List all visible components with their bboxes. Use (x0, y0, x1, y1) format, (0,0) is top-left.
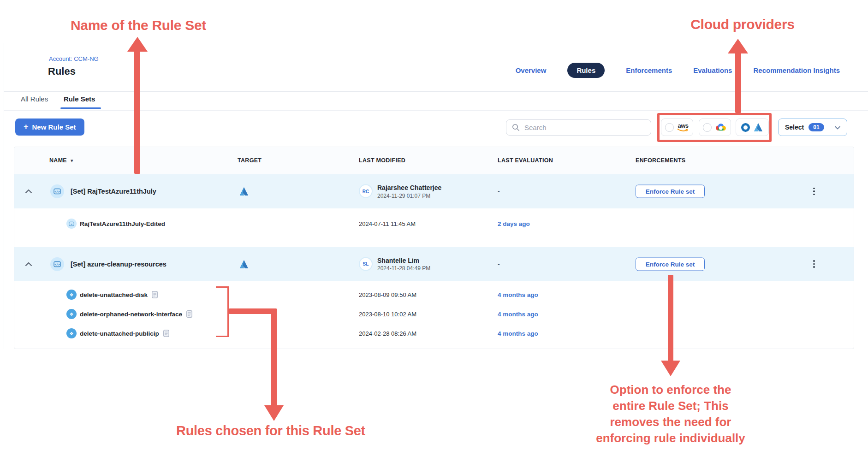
chevron-down-icon (835, 123, 840, 131)
rule-modified-date: 2023-08-09 09:50 AM (359, 291, 416, 298)
annotation-rules-chosen: Rules chosen for this Rule Set (155, 423, 386, 438)
nav-recommendation-insights[interactable]: Recommendation Insights (753, 66, 840, 74)
rule-modified-date: 2023-08-10 10:02 AM (359, 311, 416, 318)
collapse-chevron-icon[interactable] (25, 190, 32, 194)
select-label: Select (785, 124, 804, 131)
modified-by-name: Shantelle Lim (377, 256, 430, 264)
annotation-enforce-note: Option to enforce the entire Rule Set; T… (578, 382, 763, 446)
nav-overview[interactable]: Overview (516, 66, 547, 74)
avatar: RC (359, 184, 373, 198)
column-header-last-modified: LAST MODIFIED (359, 157, 405, 164)
annotation-arrow-up-icon (728, 39, 748, 53)
rule-badge-icon: ❖ (66, 328, 77, 338)
top-nav: Overview Rules Enforcements Evaluations … (516, 63, 840, 77)
annotation-arrow-up-icon (127, 37, 148, 52)
annotation-arrow-down-icon (264, 405, 284, 421)
last-modified-cell: SL Shantelle Lim 2024-11-28 04:49 PM (359, 256, 430, 272)
annotation-highlight-box (657, 113, 772, 142)
column-header-last-evaluation: LAST EVALUATION (498, 157, 553, 164)
new-rule-set-button[interactable]: + New Rule Set (15, 118, 84, 136)
rule-last-evaluation-link[interactable]: 4 months ago (498, 291, 538, 298)
rule-set-name: [Set] RajTestAzure11thJuly (71, 188, 156, 195)
enforce-rule-set-button[interactable]: Enforce Rule set (636, 185, 705, 198)
rule-name: RajTestAzure11thJuly-Edited (80, 220, 165, 227)
active-tab-underline (60, 107, 101, 109)
column-header-enforcements: ENFORCEMENTS (636, 157, 685, 164)
annotation-arrow-down-icon (661, 361, 680, 376)
annotation-cloud-providers: Cloud providers (673, 17, 812, 32)
annotation-bracket (216, 336, 229, 337)
modified-date: 2024-11-29 01:07 PM (377, 192, 441, 199)
avatar: SL (359, 257, 373, 271)
last-modified-cell: RC Rajarshee Chatterjee 2024-11-29 01:07… (359, 184, 441, 199)
select-count-badge: 01 (809, 123, 824, 131)
kebab-menu-icon[interactable] (810, 186, 818, 196)
column-header-target: TARGET (238, 157, 262, 164)
annotation-elbow-line (271, 308, 277, 406)
plus-icon: + (24, 122, 29, 132)
view-rule-icon[interactable] (186, 310, 192, 318)
rule-row[interactable]: ≡ RajTestAzure11thJuly-Edited 2024-07-11… (14, 208, 854, 239)
annotation-arrow-shaft (668, 275, 673, 361)
select-dropdown[interactable]: Select 01 (778, 118, 847, 136)
svg-text:≡: ≡ (71, 222, 72, 225)
view-rule-icon[interactable] (152, 291, 158, 298)
modified-by-name: Rajarshee Chatterjee (377, 184, 441, 192)
content-left-divider (4, 43, 4, 349)
column-header-name[interactable]: NAME▾ (49, 157, 73, 164)
nav-enforcements[interactable]: Enforcements (626, 66, 672, 74)
annotation-arrow-shaft (735, 53, 741, 113)
rule-modified-date: 2024-02-28 08:26 AM (359, 330, 416, 337)
collapse-chevron-icon[interactable] (25, 262, 32, 266)
rule-badge-icon: ❖ (66, 290, 77, 300)
rule-name: delete-orphaned-network-interface (80, 310, 192, 318)
rule-last-evaluation-link[interactable]: 2 days ago (498, 220, 530, 227)
rule-modified-date: 2024-07-11 11:45 AM (359, 220, 416, 227)
rule-sets-table: NAME▾ TARGET LAST MODIFIED LAST EVALUATI… (14, 147, 854, 349)
tab-rule-sets[interactable]: Rule Sets (64, 95, 95, 103)
azure-target-icon (239, 260, 249, 269)
ruleset-icon: </> (50, 257, 64, 271)
azure-target-icon (239, 187, 249, 196)
account-breadcrumb[interactable]: Account: CCM-NG (49, 55, 99, 62)
rule-row[interactable]: ❖ delete-orphaned-network-interface 2023… (14, 304, 854, 324)
sort-caret-icon: ▾ (71, 158, 73, 163)
rule-set-row[interactable]: </> [Set] azure-cleanup-resources SL Sha… (14, 247, 854, 281)
tab-all-rules[interactable]: All Rules (21, 95, 48, 103)
rule-row[interactable]: ❖ delete-unattached-publicip 2024-02-28 … (14, 324, 854, 343)
svg-text:</>: </> (54, 262, 60, 266)
annotation-name-of-rule-set: Name of the Rule Set (55, 18, 221, 33)
nav-evaluations[interactable]: Evaluations (693, 66, 732, 74)
rule-doc-icon: ≡ (66, 219, 77, 229)
annotation-bracket (216, 286, 229, 288)
page-title: Rules (48, 65, 76, 77)
search-box[interactable] (506, 119, 651, 136)
table-header-row: NAME▾ TARGET LAST MODIFIED LAST EVALUATI… (14, 147, 854, 174)
annotation-arrow-shaft (134, 51, 140, 174)
rule-name: delete-unattached-publicip (80, 330, 169, 337)
last-evaluation-value: - (498, 188, 500, 195)
search-icon (512, 124, 520, 131)
annotation-elbow-line (229, 308, 277, 314)
view-rule-icon[interactable] (163, 330, 169, 337)
rule-last-evaluation-link[interactable]: 4 months ago (498, 311, 538, 318)
last-evaluation-value: - (498, 261, 500, 268)
rule-row[interactable]: ❖ delete-unattached-disk 2023-08-09 09:5… (14, 285, 854, 304)
search-input[interactable] (523, 123, 645, 132)
svg-text:</>: </> (54, 190, 60, 194)
rule-set-name: [Set] azure-cleanup-resources (71, 261, 166, 268)
rule-last-evaluation-link[interactable]: 4 months ago (498, 330, 538, 337)
rule-badge-icon: ❖ (66, 309, 77, 319)
ruleset-icon: </> (50, 184, 64, 198)
new-rule-set-label: New Rule Set (32, 123, 76, 131)
rule-set-row[interactable]: </> [Set] RajTestAzure11thJuly RC Rajars… (14, 174, 854, 208)
enforce-rule-set-button[interactable]: Enforce Rule set (636, 257, 705, 271)
modified-date: 2024-11-28 04:49 PM (377, 265, 430, 272)
nav-rules[interactable]: Rules (567, 63, 605, 78)
kebab-menu-icon[interactable] (810, 259, 818, 269)
rule-name: delete-unattached-disk (80, 291, 158, 298)
